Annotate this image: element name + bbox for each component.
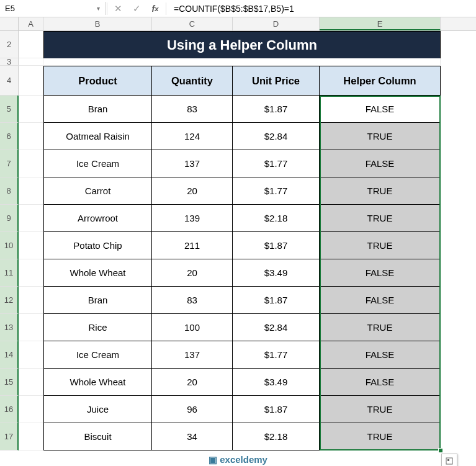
cell-a8[interactable] <box>19 177 43 205</box>
cell-quantity[interactable]: 34 <box>152 423 233 450</box>
col-header-b[interactable]: B <box>43 17 152 30</box>
header-quantity[interactable]: Quantity <box>152 66 233 96</box>
cell-unit-price[interactable]: $1.77 <box>233 177 320 205</box>
formula-input[interactable]: =COUNTIF($B$5:$B$17,B5)=1 <box>168 2 476 16</box>
cell-unit-price[interactable]: $1.87 <box>233 287 320 314</box>
cell-product[interactable]: Oatmeal Raisin <box>43 123 152 150</box>
cell-a3[interactable] <box>19 58 43 66</box>
cell-helper[interactable]: FALSE <box>320 287 441 314</box>
cell-quantity[interactable]: 139 <box>152 205 233 232</box>
cell-helper[interactable]: TRUE <box>320 396 441 423</box>
row-header-15[interactable]: 15 <box>0 369 19 396</box>
cell-quantity[interactable]: 20 <box>152 177 233 205</box>
row-header-2[interactable]: 2 <box>0 31 19 58</box>
name-box-dropdown-icon[interactable]: ▾ <box>97 5 100 12</box>
cell-helper[interactable]: TRUE <box>320 314 441 341</box>
cell-product[interactable]: Bran <box>43 96 152 123</box>
cell-product[interactable]: Ice Cream <box>43 341 152 369</box>
row-header-9[interactable]: 9 <box>0 205 19 232</box>
row-header-17[interactable]: 17 <box>0 423 19 450</box>
col-header-d[interactable]: D <box>233 17 320 30</box>
cell-a5[interactable] <box>19 96 43 123</box>
fx-icon[interactable]: fx <box>146 0 164 17</box>
row-header-3[interactable]: 3 <box>0 58 19 66</box>
cell-helper[interactable]: FALSE <box>320 259 441 287</box>
cell-unit-price[interactable]: $2.18 <box>233 423 320 450</box>
header-helper[interactable]: Helper Column <box>320 66 441 96</box>
cell-product[interactable]: Whole Wheat <box>43 369 152 396</box>
cell-a15[interactable] <box>19 369 43 396</box>
cell-a13[interactable] <box>19 314 43 341</box>
cell-product[interactable]: Arrowroot <box>43 205 152 232</box>
cell-quantity[interactable]: 124 <box>152 123 233 150</box>
col-header-c[interactable]: C <box>152 17 233 30</box>
cell-unit-price[interactable]: $1.87 <box>233 232 320 259</box>
header-product[interactable]: Product <box>43 66 152 96</box>
cell-unit-price[interactable]: $1.77 <box>233 150 320 177</box>
cell-a4[interactable] <box>19 66 43 96</box>
cell-unit-price[interactable]: $1.87 <box>233 396 320 423</box>
cell-product[interactable]: Juice <box>43 396 152 423</box>
row-header-6[interactable]: 6 <box>0 123 19 150</box>
cell-product[interactable]: Ice Cream <box>43 150 152 177</box>
row-header-12[interactable]: 12 <box>0 287 19 314</box>
select-all-corner[interactable] <box>0 17 19 30</box>
cell-helper[interactable]: TRUE <box>320 123 441 150</box>
cell-quantity[interactable]: 83 <box>152 287 233 314</box>
row-header-11[interactable]: 11 <box>0 259 19 287</box>
cell-a12[interactable] <box>19 287 43 314</box>
cell-quantity[interactable]: 137 <box>152 341 233 369</box>
cell-quantity[interactable]: 20 <box>152 369 233 396</box>
row-header-5[interactable]: 5 <box>0 96 19 123</box>
cell-a14[interactable] <box>19 341 43 369</box>
paste-options-icon[interactable] <box>441 454 457 466</box>
cell-helper[interactable]: TRUE <box>320 177 441 205</box>
row-header-8[interactable]: 8 <box>0 177 19 205</box>
cell-unit-price[interactable]: $2.84 <box>233 123 320 150</box>
cell-a2[interactable] <box>19 31 43 58</box>
enter-formula-icon[interactable]: ✓ <box>127 0 146 17</box>
cell-quantity[interactable]: 211 <box>152 232 233 259</box>
row-header-13[interactable]: 13 <box>0 314 19 341</box>
cell-quantity[interactable]: 100 <box>152 314 233 341</box>
title-cell[interactable]: Using a Helper Column <box>43 31 441 58</box>
cell-product[interactable]: Whole Wheat <box>43 259 152 287</box>
row-header-16[interactable]: 16 <box>0 396 19 423</box>
cell-product[interactable]: Rice <box>43 314 152 341</box>
cell-unit-price[interactable]: $2.84 <box>233 314 320 341</box>
cell-helper[interactable]: FALSE <box>320 96 441 123</box>
cell-helper[interactable]: FALSE <box>320 150 441 177</box>
cell-quantity[interactable]: 137 <box>152 150 233 177</box>
row-header-10[interactable]: 10 <box>0 232 19 259</box>
cell-product[interactable]: Carrot <box>43 177 152 205</box>
cell-a16[interactable] <box>19 396 43 423</box>
cell-helper[interactable]: TRUE <box>320 232 441 259</box>
cell-quantity[interactable]: 96 <box>152 396 233 423</box>
header-unit-price[interactable]: Unit Price <box>233 66 320 96</box>
cell-helper[interactable]: TRUE <box>320 205 441 232</box>
row-header-4[interactable]: 4 <box>0 66 19 96</box>
cell-unit-price[interactable]: $1.77 <box>233 341 320 369</box>
fill-handle[interactable] <box>438 448 443 453</box>
name-box[interactable]: E5 ▾ <box>0 2 106 15</box>
col-header-e[interactable]: E <box>320 17 441 30</box>
cell-unit-price[interactable]: $1.87 <box>233 96 320 123</box>
cell-a9[interactable] <box>19 205 43 232</box>
cell-unit-price[interactable]: $2.18 <box>233 205 320 232</box>
cell-helper[interactable]: FALSE <box>320 369 441 396</box>
cell-unit-price[interactable]: $3.49 <box>233 369 320 396</box>
col-header-a[interactable]: A <box>19 17 43 30</box>
cell-helper[interactable]: TRUE <box>320 423 441 450</box>
row-header-14[interactable]: 14 <box>0 341 19 369</box>
row-header-7[interactable]: 7 <box>0 150 19 177</box>
cell-product[interactable]: Biscuit <box>43 423 152 450</box>
cell-product[interactable]: Potato Chip <box>43 232 152 259</box>
cell-quantity[interactable]: 83 <box>152 96 233 123</box>
cell-quantity[interactable]: 20 <box>152 259 233 287</box>
cell-a11[interactable] <box>19 259 43 287</box>
cell-merged-3[interactable] <box>43 58 441 66</box>
cancel-formula-icon[interactable]: ✕ <box>109 0 127 17</box>
cell-unit-price[interactable]: $3.49 <box>233 259 320 287</box>
cell-a6[interactable] <box>19 123 43 150</box>
cell-product[interactable]: Bran <box>43 287 152 314</box>
